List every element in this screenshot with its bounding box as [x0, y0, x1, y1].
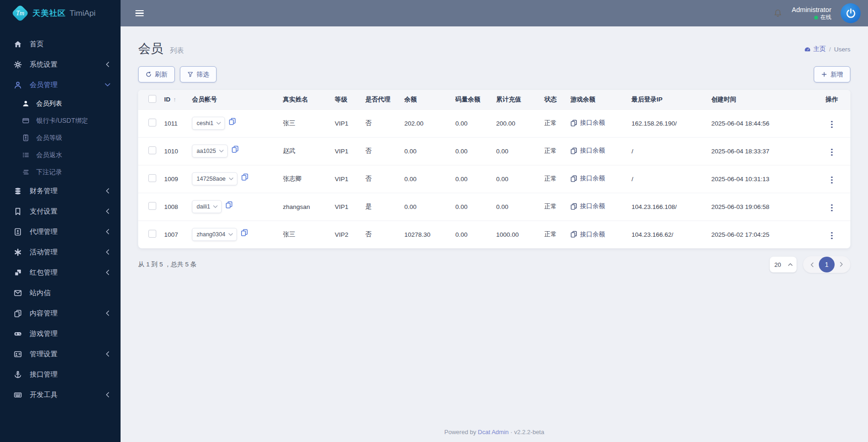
sidebar-item[interactable]: 管理设置 [0, 344, 121, 364]
topbar: Administrator 在线 [121, 0, 868, 26]
add-button[interactable]: 新增 [814, 66, 850, 82]
cell-created: 2025-06-04 10:31:13 [707, 165, 813, 193]
page-size-select[interactable]: 20 [770, 257, 797, 272]
cell-status: 正常 [540, 221, 566, 248]
address-card-icon [14, 350, 23, 358]
game-balance-link[interactable]: 接口余额 [570, 119, 605, 127]
sidebar-subitem-label: 会员列表 [36, 100, 62, 108]
account-dropdown[interactable]: zhang0304 [192, 228, 237, 241]
prev-page-button[interactable] [806, 258, 818, 271]
sidebar-item-label: 首页 [30, 40, 44, 49]
cell-balance: 202.00 [400, 109, 451, 137]
chevron-down-icon [213, 205, 218, 208]
sidebar-item[interactable]: 财务管理 [0, 181, 121, 201]
sidebar-item[interactable]: 内容管理 [0, 303, 121, 323]
sidebar-item[interactable]: 首页 [0, 34, 121, 54]
power-icon [845, 8, 856, 19]
cell-code-balance: 0.00 [451, 137, 491, 165]
sidebar-subitem-label: 会员返水 [36, 151, 62, 159]
asterisk-icon [14, 248, 23, 256]
breadcrumb-home-link[interactable]: 主页 [804, 45, 826, 53]
game-balance-link[interactable]: 接口余额 [570, 146, 605, 155]
sidebar-item[interactable]: 开发工具 [0, 385, 121, 405]
sort-asc-icon[interactable]: ↑ [173, 96, 176, 103]
row-actions-button[interactable] [827, 119, 836, 130]
account-dropdown[interactable]: daili1 [192, 200, 222, 213]
row-actions-button[interactable] [827, 202, 836, 213]
envelope-icon [14, 289, 23, 297]
copy-account-icon[interactable] [225, 201, 233, 208]
sidebar-item[interactable]: 活动管理 [0, 242, 121, 262]
chevron-left-icon [106, 229, 109, 234]
stream-icon [22, 169, 30, 176]
sidebar-item[interactable]: 游戏管理 [0, 323, 121, 344]
refresh-icon [146, 71, 152, 77]
column-header-id: ID↑ [160, 90, 187, 109]
cell-last-ip: / [627, 165, 707, 193]
sidebar-item[interactable]: 支付设置 [0, 201, 121, 221]
cell-actions [813, 137, 850, 165]
sidebar-item[interactable]: 站内信 [0, 283, 121, 303]
column-header-total_recharge: 累计充值 [491, 90, 540, 109]
cell-status: 正常 [540, 137, 566, 165]
sidebar-item[interactable]: 接口管理 [0, 364, 121, 385]
copy-account-icon[interactable] [241, 173, 249, 181]
avatar[interactable] [841, 3, 861, 23]
account-dropdown[interactable]: ceshi1 [192, 117, 225, 130]
row-checkbox[interactable] [148, 202, 156, 210]
game-balance-link[interactable]: 接口余额 [570, 202, 605, 210]
brand-logo-icon: Tm [11, 4, 29, 22]
next-page-button[interactable] [836, 258, 848, 271]
dcat-admin-link[interactable]: Dcat Admin [478, 429, 509, 436]
current-page-button[interactable]: 1 [819, 257, 835, 272]
game-balance-link[interactable]: 接口余额 [570, 174, 605, 183]
cell-last-ip: 104.23.166.108/ [627, 193, 707, 221]
hamburger-menu-icon[interactable] [134, 8, 146, 19]
row-actions-button[interactable] [827, 175, 836, 185]
toolbar: 刷新 筛选 新增 [138, 66, 850, 82]
chevron-right-icon [840, 262, 843, 267]
refresh-button[interactable]: 刷新 [138, 66, 175, 82]
copy-game-balance-icon [570, 175, 577, 182]
list-icon [22, 152, 30, 158]
chevron-left-icon [106, 188, 109, 194]
filter-button[interactable]: 筛选 [180, 66, 217, 82]
sidebar-item[interactable]: 会员管理 [0, 75, 121, 95]
row-actions-button[interactable] [827, 147, 836, 158]
copy-dark-icon [14, 309, 23, 317]
account-dropdown[interactable]: aa1025 [192, 145, 228, 158]
username: Administrator [792, 6, 831, 14]
brand[interactable]: Tm 天美社区 TimiApi [0, 0, 121, 26]
row-checkbox[interactable] [148, 230, 156, 238]
sidebar-subitem[interactable]: 下注记录 [0, 164, 121, 181]
copy-account-icon[interactable] [231, 145, 239, 153]
copy-account-icon[interactable] [229, 118, 236, 125]
sidebar-item[interactable]: 系统设置 [0, 54, 121, 75]
bell-icon[interactable] [773, 8, 783, 18]
row-checkbox[interactable] [148, 146, 156, 154]
sidebar-item[interactable]: 代理管理 [0, 221, 121, 242]
table-footer: 从 1 到 5 ，总共 5 条 20 1 [138, 256, 850, 273]
row-checkbox[interactable] [148, 119, 156, 126]
row-checkbox[interactable] [148, 174, 156, 182]
copy-account-icon[interactable] [241, 229, 248, 236]
sidebar-subitem[interactable]: 会员列表 [0, 95, 121, 112]
cell-total-recharge: 0.00 [491, 137, 540, 165]
account-dropdown[interactable]: 147258aoe [192, 172, 237, 185]
cell-balance: 0.00 [400, 137, 451, 165]
sidebar-subitem[interactable]: 会员等级 [0, 129, 121, 146]
table-row: 1010aa1025赵武VIP1否0.000.000.00正常接口余额/2025… [138, 137, 850, 165]
sidebar-subitem[interactable]: 银行卡/USDT绑定 [0, 112, 121, 129]
cell-account: aa1025 [187, 137, 278, 165]
user-menu[interactable]: Administrator 在线 [792, 6, 831, 21]
sidebar-item[interactable]: 红包管理 [0, 262, 121, 283]
sidebar-item-label: 红包管理 [30, 268, 57, 277]
brand-name-en: TimiApi [70, 9, 96, 18]
copy-game-balance-icon [570, 120, 577, 126]
game-balance-link[interactable]: 接口余额 [570, 230, 605, 239]
select-all-checkbox[interactable] [148, 95, 156, 103]
sidebar-subitem[interactable]: 会员返水 [0, 146, 121, 164]
row-actions-button[interactable] [827, 230, 836, 241]
cell-name: 张志卿 [278, 165, 330, 193]
cubes-icon [14, 269, 23, 277]
